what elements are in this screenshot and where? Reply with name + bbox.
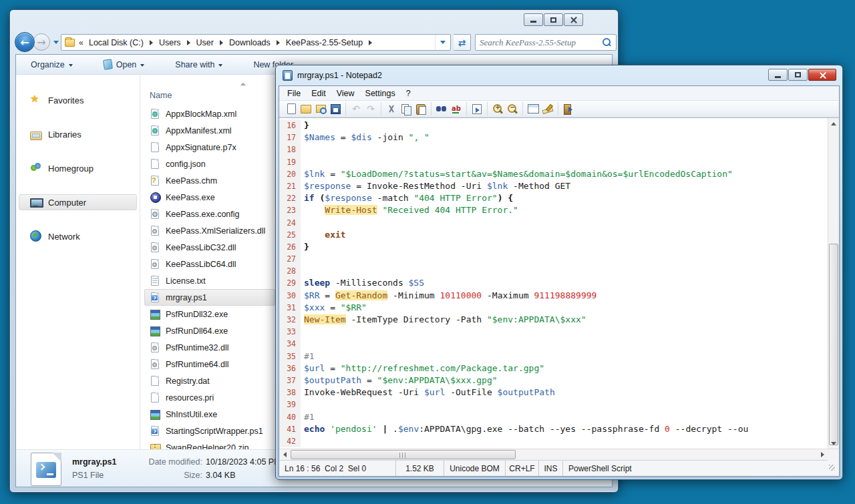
file-row-keepasslibc64-dll[interactable]: KeePassLibC64.dll [144,256,275,272]
notepad2-close-button[interactable] [808,69,836,81]
menu-settings[interactable]: Settings [360,87,401,100]
breadcrumb-separator-icon[interactable] [220,40,223,45]
selected-file-type: PS1 File [72,471,136,480]
code-area[interactable]: 16}17$Names = $dis -join ", "181920$lnk … [279,118,828,449]
find-icon[interactable] [435,103,448,115]
maximize-icon [550,17,556,23]
sidebar-item-homegroup[interactable]: Homegroup [19,160,137,176]
forward-button[interactable]: → [33,33,50,51]
horizontal-scrollbar[interactable] [279,449,839,460]
explorer-maximize-button[interactable] [544,13,563,26]
breadcrumb-item-user[interactable]: User [195,37,215,49]
refresh-button[interactable]: ⇄ [454,34,471,51]
file-row-keepass-exe-config[interactable]: KeePass.exe.config [144,206,275,222]
breadcrumb-item-keepass-2-55-setup[interactable]: KeePass-2.55-Setup [285,37,364,49]
code-line-29: 29sleep -Milliseconds $SS [279,277,828,289]
settings-icon[interactable] [526,103,540,115]
browse-icon[interactable] [314,103,327,115]
computer-icon [30,198,42,209]
scheme-icon[interactable] [541,103,554,115]
address-dropdown-button[interactable] [435,35,450,50]
breadcrumb-item-downloads[interactable]: Downloads [228,37,272,49]
address-bar[interactable]: « Local Disk (C:)UsersUserDownloadsKeePa… [61,34,451,51]
new-icon[interactable] [285,103,298,115]
breadcrumb-separator-icon[interactable] [277,40,280,45]
resize-grip-icon[interactable] [829,465,835,471]
breadcrumb-item-users[interactable]: Users [158,37,182,49]
notepad2-minimize-button[interactable] [768,69,788,81]
notepad2-titlebar[interactable]: mrgray.ps1 - Notepad2 [283,70,382,81]
menu-edit[interactable]: Edit [306,87,331,100]
file-row-psfruntime64-dll[interactable]: PsfRuntime64.dll [144,356,275,372]
file-row-keepass-exe[interactable]: KeePass.exe [144,189,275,206]
file-row-shinstutil-exe[interactable]: ShInstUtil.exe [144,406,275,423]
scroll-down-button[interactable] [828,438,839,449]
open-icon[interactable] [299,103,313,115]
toolbar-group [488,102,523,115]
horizontal-scroll-thumb[interactable] [291,450,516,459]
file-row-keepass-chm[interactable]: ?KeePass.chm [144,172,275,189]
file-row-psfruntime32-dll[interactable]: PsfRuntime32.dll [144,339,275,356]
sidebar-item-libraries[interactable]: Libraries [19,126,137,142]
zoom-in-icon[interactable] [491,103,504,115]
scroll-up-button[interactable] [828,118,839,129]
file-row-startingscriptwrapper-ps1[interactable]: StartingScriptWrapper.ps1 [144,423,275,439]
menu-[interactable]: ? [401,87,416,100]
search-icon [601,37,612,48]
ps1-file-icon [150,292,160,303]
copy-icon[interactable] [399,103,413,115]
file-row-appxmanifest-xml[interactable]: AppxManifest.xml [144,122,275,139]
xml-file-icon [150,109,160,119]
vertical-scrollbar[interactable] [828,118,839,449]
cut-icon[interactable] [385,103,398,115]
sidebar-item-computer[interactable]: Computer [19,194,137,210]
toolbar-button-organize[interactable]: Organize [27,58,77,71]
file-row-psfrundll32-exe[interactable]: PsfRunDll32.exe [144,306,275,322]
sidebar-item-favorites[interactable]: Favorites [19,92,137,108]
sidebar-item-network[interactable]: Network [19,228,137,244]
file-row-keepasslibc32-dll[interactable]: KeePassLibC32.dll [144,239,275,256]
menu-file[interactable]: File [282,87,306,100]
status-cursor-position: Ln 16 : 56 Col 2 Sel 0 [279,461,396,476]
file-row-mrgray-ps1[interactable]: mrgray.ps1 [144,289,275,306]
file-row-psfrundll64-exe[interactable]: PsfRunDll64.exe [144,322,275,339]
line-number: 41 [279,423,301,435]
recent-pages-dropdown-icon[interactable] [53,41,59,44]
file-name: KeePass.exe [166,193,215,202]
file-row-resources-pri[interactable]: resources.pri [144,389,275,406]
replace-icon[interactable] [450,103,463,115]
paste-icon[interactable] [414,103,428,115]
code-line-16: 16} [279,119,828,132]
file-row-keepass-xmlserializers-dll[interactable]: KeePass.XmlSerializers.dll [144,222,275,239]
toolbar-button-share-with[interactable]: Share with [171,58,226,71]
editor[interactable]: 16}17$Names = $dis -join ", "181920$lnk … [279,117,839,449]
status-syntax-scheme: PowerShell Script [563,461,839,476]
file-row-appxsignature-p7x[interactable]: AppxSignature.p7x [144,139,275,156]
breadcrumb-separator-icon[interactable] [150,40,153,45]
save-icon[interactable] [329,103,342,115]
file-row-registry-dat[interactable]: Registry.dat [144,372,275,389]
file-row-license-txt[interactable]: License.txt [144,272,275,289]
explorer-minimize-button[interactable] [524,13,543,26]
breadcrumb-separator-icon[interactable] [187,40,190,45]
scroll-right-button[interactable] [817,449,828,460]
search-box[interactable] [475,34,617,51]
notepad2-app-icon [283,70,293,81]
toolbar-button-open[interactable]: Open [100,57,149,71]
back-button[interactable]: ← [15,32,35,52]
file-row-appxblockmap-xml[interactable]: AppxBlockMap.xml [144,105,275,122]
wrap-icon[interactable] [470,103,484,115]
explorer-sidebar: FavoritesLibrariesHomegroupComputerNetwo… [16,75,140,449]
breadcrumb-separator-icon[interactable] [369,40,372,45]
breadcrumb-item-local-disk-c[interactable]: Local Disk (C:) [88,37,145,49]
notepad2-maximize-button[interactable] [788,69,808,81]
vertical-scroll-thumb[interactable] [829,244,838,445]
chm-file-icon: ? [150,176,160,186]
search-input[interactable] [476,37,601,48]
menu-view[interactable]: View [331,87,360,100]
scroll-left-button[interactable] [279,449,290,460]
zoom-out-icon[interactable] [506,103,519,115]
file-row-config-json[interactable]: config.json [144,156,275,172]
explorer-close-button[interactable] [564,13,583,26]
exit-icon[interactable] [562,103,575,115]
